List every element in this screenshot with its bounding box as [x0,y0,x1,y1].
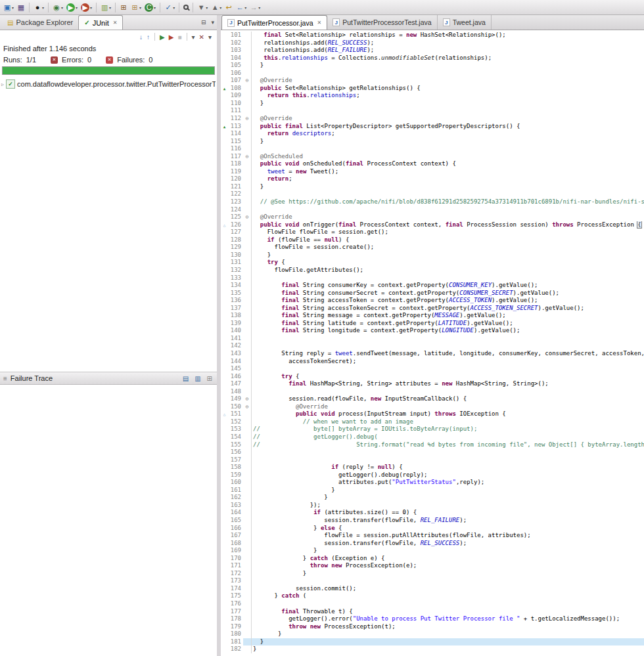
code-line-154[interactable]: 154// getLogger().debug( [221,433,644,441]
code-line-120[interactable]: 120 return; [221,175,644,183]
code-line-147[interactable]: 147 final HashMap<String, String> attrib… [221,380,644,388]
tab-junit[interactable]: ✓ JUnit ✕ [78,15,123,30]
code-line-140[interactable]: 140 final String longitude = context.get… [221,327,644,335]
run-icon[interactable]: ▶▾ [65,1,79,13]
test-suite-item[interactable]: ▹ ✓ com.dataflowdeveloper.processor.twit… [0,79,217,89]
previous-annotation-icon[interactable]: ▲▾ [210,1,223,13]
new-junit-test-icon[interactable]: ✓▾ [163,1,176,13]
code-line-121[interactable]: 121 } [221,183,644,191]
show-failures-only-icon[interactable]: ✕ [198,32,206,42]
code-line-170[interactable]: 170 } catch (Exception e) { [221,555,644,563]
code-line-176[interactable]: 176 [221,600,644,608]
code-line-149[interactable]: 149⊖ session.read(flowFile, new InputStr… [221,395,644,403]
code-line-173[interactable]: 173 [221,577,644,585]
code-line-130[interactable]: 130 } [221,251,644,259]
code-line-128[interactable]: 128 if (flowFile == null) { [221,236,644,244]
code-line-167[interactable]: 167 flowFile = session.putAllAttributes(… [221,532,644,540]
code-line-125[interactable]: 125⊖ @Override [221,213,644,221]
code-line-146[interactable]: 146 try { [221,373,644,381]
code-line-166[interactable]: 166 } else { [221,525,644,533]
code-line-141[interactable]: 141 [221,335,644,343]
last-edit-location-icon[interactable]: ↩ [223,1,234,13]
code-line-105[interactable]: 105 } [221,62,644,70]
new-wizard-icon[interactable]: ▣▾ [2,1,15,13]
code-line-165[interactable]: 165 session.transfer(flowFile, REL_FAILU… [221,517,644,525]
minimize-view-icon[interactable]: ⊟ [198,19,209,26]
open-console-icon[interactable]: ●▾ [32,1,45,13]
fold-collapse-icon[interactable]: ⊖ [243,153,252,161]
code-line-160[interactable]: 160 attributes.put("PutTwitterStatus",re… [221,479,644,487]
code-line-119[interactable]: 119 tweet = new Tweet(); [221,168,644,176]
compare-results-icon[interactable]: ⊞ [206,375,214,382]
editor-tab[interactable]: JPutTwitterProcessor.java✕ [221,15,327,30]
code-line-156[interactable]: 156 [221,448,644,456]
code-line-101[interactable]: 101 final Set<Relationship> relationship… [221,32,644,39]
code-line-168[interactable]: 168 session.transfer(flowFile, REL_SUCCE… [221,540,644,548]
code-line-178[interactable]: 178 getLogger().error("Unable to process… [221,615,644,623]
save-icon[interactable]: ▦ [16,1,26,13]
view-menu-icon[interactable]: ▾ [208,19,217,26]
code-line-169[interactable]: 169 } [221,547,644,555]
search-icon[interactable] [182,1,190,13]
code-line-124[interactable]: 124 [221,206,644,214]
code-line-103[interactable]: 103 relationships.add(REL_FAILURE); [221,47,644,55]
code-line-179[interactable]: 179 throw new ProcessException(t); [221,623,644,631]
editor-tab[interactable]: JPutTwitterProcessorTest.java [327,15,437,30]
code-line-145[interactable]: 145 [221,365,644,373]
code-line-163[interactable]: 163 }); [221,502,644,510]
code-line-135[interactable]: 135 final String consumerSecret = contex… [221,290,644,297]
code-line-132[interactable]: 132 flowFile.getAttributes(); [221,267,644,274]
code-line-172[interactable]: 172 } [221,570,644,578]
code-line-139[interactable]: 139 final String latitude = context.getP… [221,320,644,328]
code-line-122[interactable]: 122 [221,190,644,198]
code-line-162[interactable]: 162 } [221,494,644,502]
back-icon[interactable]: ←▾ [235,1,248,13]
code-line-116[interactable]: 116 [221,145,644,153]
code-line-171[interactable]: 171 throw new ProcessException(e); [221,562,644,570]
code-line-118[interactable]: 118 public void onScheduled(final Proces… [221,160,644,168]
code-line-181[interactable]: 181 } [221,638,644,646]
code-line-126[interactable]: △126 public void onTrigger(final Process… [221,221,644,229]
code-line-133[interactable]: 133 [221,274,644,282]
code-line-104[interactable]: 104 this.relationships = Collections.unm… [221,55,644,62]
debug-icon[interactable]: ◉▾ [51,1,64,13]
previous-failed-test-icon[interactable]: ↑ [145,32,151,42]
code-line-143[interactable]: 143 String reply = tweet.sendTweet(messa… [221,350,644,358]
code-line-109[interactable]: 109 return this.relationships; [221,92,644,100]
fold-collapse-icon[interactable]: ⊖ [243,403,252,411]
tab-package-explorer[interactable]: ▤ Package Explorer [2,15,78,30]
code-line-115[interactable]: 115 } [221,138,644,146]
code-line-127[interactable]: 127 FlowFile flowFile = session.get(); [221,229,644,236]
new-package-icon[interactable]: ⊞▾ [129,1,143,13]
code-line-108[interactable]: ▲108 public Set<Relationship> getRelatio… [221,85,644,93]
code-line-129[interactable]: 129 flowFile = session.create(); [221,244,644,251]
code-line-102[interactable]: 102 relationships.add(REL_SUCCESS); [221,39,644,47]
code-line-114[interactable]: 114 return descriptors; [221,130,644,138]
next-annotation-icon[interactable]: ▼▾ [196,1,209,13]
code-line-175[interactable]: 175 } catch ( [221,592,644,600]
next-failed-test-icon[interactable]: ↓ [138,32,144,42]
code-line-144[interactable]: 144 accessTokenSecret); [221,358,644,366]
code-line-123[interactable]: 123 // @See https://github.com/apache/ni… [221,198,644,206]
editor-tab[interactable]: JTweet.java [438,15,492,30]
view-menu-icon[interactable]: ▾ [207,32,213,42]
show-in-console-icon[interactable]: ▥ [193,375,202,382]
new-class-icon[interactable]: C▾ [143,1,157,13]
code-line-131[interactable]: 131 try { [221,259,644,267]
coverage-icon[interactable]: ▥▾ [99,1,112,13]
fold-collapse-icon[interactable]: ⊖ [243,213,252,221]
code-line-155[interactable]: 155// String.format("read %d bytes from … [221,441,644,449]
code-line-159[interactable]: 159 getLogger().debug(reply); [221,471,644,479]
code-line-177[interactable]: 177 final Throwable t) { [221,608,644,616]
code-line-112[interactable]: 112⊖ @Override [221,115,644,123]
code-line-151[interactable]: △151 public void process(InputStream inp… [221,410,644,418]
code-line-106[interactable]: 106 [221,70,644,77]
fold-collapse-icon[interactable]: ⊖ [243,77,252,85]
code-line-148[interactable]: 148 [221,388,644,396]
code-line-136[interactable]: 136 final String accessToken = context.g… [221,297,644,305]
stop-test-icon[interactable]: ■ [177,32,183,42]
fold-collapse-icon[interactable]: ⊖ [243,395,252,403]
expand-arrow-icon[interactable]: ▹ [1,81,4,87]
forward-icon[interactable]: →▾ [248,1,262,13]
rerun-failed-first-icon[interactable]: ▶ [168,32,175,42]
